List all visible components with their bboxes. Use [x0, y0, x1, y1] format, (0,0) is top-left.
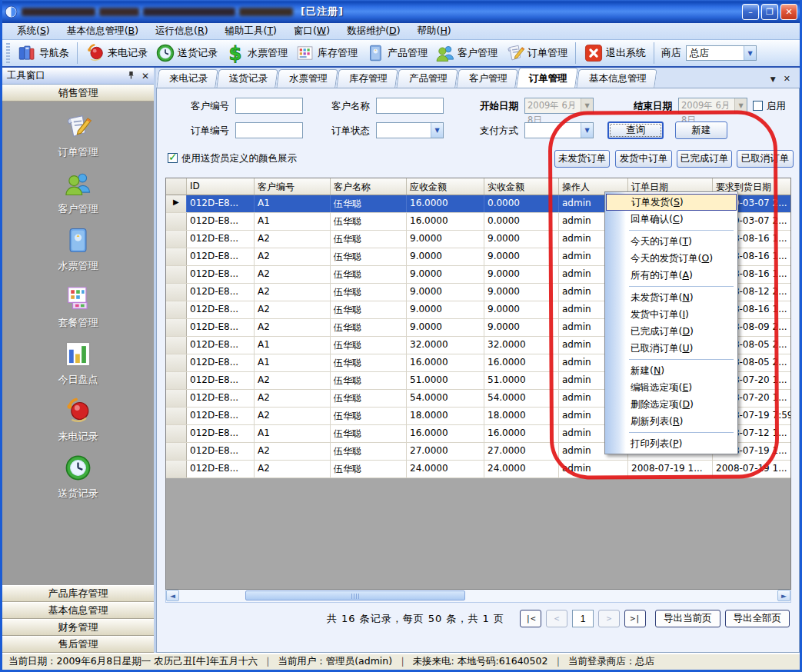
last-page-button[interactable]: >| — [624, 610, 646, 627]
tab-close-icon[interactable]: ✕ — [784, 74, 790, 84]
chevron-down-icon[interactable]: ▼ — [581, 123, 593, 138]
toolbar-button-5[interactable]: 产品管理 — [361, 42, 431, 65]
order-no-input[interactable] — [235, 122, 303, 138]
tab-7[interactable]: 基本信息管理 — [576, 69, 657, 88]
export-current-page-button[interactable]: 导出当前页 — [655, 610, 720, 627]
pay-method-select[interactable]: ▼ — [524, 122, 594, 138]
context-menu-item-1[interactable]: 回单确认(C) — [606, 211, 737, 228]
context-menu-item-10[interactable]: 已取消订单(U) — [606, 340, 737, 357]
toolbar-button-0[interactable]: 导航条 — [13, 42, 73, 65]
column-header-1[interactable]: 客户编号 — [255, 178, 331, 195]
pin-icon[interactable] — [127, 71, 135, 82]
menubar-item-4[interactable]: 窗口(W) — [285, 23, 338, 39]
context-menu-item-15[interactable]: 刷新列表(R) — [606, 413, 737, 430]
page-number-input[interactable] — [572, 610, 594, 627]
context-menu-item-17[interactable]: 打印列表(P) — [606, 435, 737, 452]
first-page-button[interactable]: |< — [520, 610, 541, 627]
menubar-item-2[interactable]: 运行信息(R) — [147, 23, 216, 39]
sidebar-item-4[interactable]: 今日盘点 — [58, 340, 98, 387]
order-status-filter-button-1[interactable]: 发货中订单 — [615, 150, 672, 168]
sidebar-section-0[interactable]: 产品库存管理 — [2, 585, 154, 602]
chevron-down-icon[interactable]: ▼ — [734, 98, 747, 113]
row-selector[interactable] — [166, 284, 187, 301]
enable-checkbox[interactable] — [753, 101, 763, 111]
column-header-3[interactable]: 应收金额 — [407, 178, 484, 195]
row-selector[interactable] — [166, 301, 187, 318]
close-button[interactable]: ✕ — [780, 4, 797, 20]
menubar-item-3[interactable]: 辅助工具(T) — [217, 23, 285, 39]
tab-5[interactable]: 客户管理 — [456, 69, 517, 88]
context-menu-item-14[interactable]: 删除选定项(D) — [606, 396, 737, 413]
order-status-filter-button-0[interactable]: 未发货订单 — [554, 150, 610, 168]
order-status-filter-button-2[interactable]: 已完成订单 — [677, 150, 732, 168]
context-menu-item-7[interactable]: 未发货订单(N) — [606, 289, 737, 306]
courier-color-checkbox[interactable] — [168, 153, 178, 163]
column-header-2[interactable]: 客户名称 — [331, 178, 407, 195]
chevron-down-icon[interactable]: ▼ — [581, 98, 593, 113]
column-header-0[interactable]: ID — [187, 178, 255, 195]
tab-0[interactable]: 来电记录 — [156, 69, 218, 88]
sidebar-item-1[interactable]: 客户管理 — [58, 169, 98, 216]
row-selector[interactable] — [166, 461, 187, 477]
toolbar-button-7[interactable]: 订单管理 — [501, 42, 571, 65]
row-selector[interactable] — [166, 372, 187, 389]
chevron-down-icon[interactable]: ▼ — [744, 46, 756, 60]
toolbar-button-4[interactable]: 库存管理 — [291, 42, 361, 65]
row-selector[interactable] — [166, 266, 187, 283]
minimize-button[interactable]: – — [742, 4, 759, 20]
sidebar-section-3[interactable]: 售后管理 — [2, 636, 154, 653]
customer-no-input[interactable] — [235, 98, 303, 114]
toolbar-button-1[interactable]: 来电记录 — [82, 42, 151, 65]
context-menu-item-8[interactable]: 发货中订单(I) — [606, 306, 737, 323]
tab-1[interactable]: 送货记录 — [216, 69, 278, 88]
scrollbar-thumb[interactable] — [245, 590, 465, 600]
toolbar-button-2[interactable]: 送货记录 — [151, 42, 221, 65]
toolbar-button-6[interactable]: 客户管理 — [431, 42, 501, 65]
context-menu-item-9[interactable]: 已完成订单(D) — [606, 323, 737, 340]
row-selector[interactable]: ▶ — [166, 195, 187, 212]
menubar-item-0[interactable]: 系统(S) — [8, 23, 58, 39]
context-menu-item-0[interactable]: 订单发货(S) — [606, 194, 737, 211]
chevron-down-icon[interactable]: ▼ — [431, 123, 443, 138]
end-date-picker[interactable]: 2009年 6月 8日▼ — [678, 98, 747, 114]
sidebar-section-2[interactable]: 财务管理 — [2, 619, 154, 636]
row-selector[interactable] — [166, 408, 187, 424]
row-selector[interactable] — [166, 390, 187, 407]
start-date-picker[interactable]: 2009年 6月 8日▼ — [524, 98, 594, 114]
shop-select[interactable]: 总店 ▼ — [686, 45, 757, 61]
scroll-left-icon[interactable]: ◄ — [166, 590, 179, 601]
tab-6[interactable]: 订单管理 — [516, 68, 578, 88]
tab-2[interactable]: 水票管理 — [276, 69, 338, 88]
order-status-filter-button-3[interactable]: 已取消订单 — [737, 150, 794, 168]
sidebar-section-sales[interactable]: 销售管理 — [2, 85, 154, 101]
tab-4[interactable]: 产品管理 — [396, 69, 458, 88]
toolbar-grip[interactable] — [6, 43, 10, 63]
context-menu-item-4[interactable]: 今天的发货订单(O) — [606, 250, 737, 267]
sidebar-item-2[interactable]: 水票管理 — [58, 226, 98, 273]
prev-page-button[interactable]: < — [546, 610, 567, 627]
menubar-item-1[interactable]: 基本信息管理(B) — [58, 23, 147, 39]
menubar-item-5[interactable]: 数据维护(D) — [338, 23, 408, 39]
context-menu-item-3[interactable]: 今天的订单(T) — [606, 233, 737, 250]
order-status-select[interactable]: ▼ — [376, 122, 444, 138]
sidebar-item-3[interactable]: 套餐管理 — [58, 283, 98, 330]
toolbar-button-8[interactable]: 退出系统 — [580, 42, 650, 65]
row-selector[interactable] — [166, 354, 187, 371]
export-all-pages-button[interactable]: 导出全部页 — [725, 610, 790, 627]
row-selector[interactable] — [166, 425, 187, 442]
row-selector[interactable] — [166, 231, 187, 248]
horizontal-scrollbar[interactable]: ◄ ► — [165, 590, 791, 603]
toolbar-button-3[interactable]: $水票管理 — [221, 42, 291, 65]
sidebar-section-1[interactable]: 基本信息管理 — [2, 602, 154, 619]
sidebar-item-5[interactable]: 来电记录 — [58, 397, 98, 444]
context-menu-item-12[interactable]: 新建(N) — [606, 362, 737, 379]
tab-dropdown-icon[interactable]: ▼ — [770, 74, 776, 84]
row-selector[interactable] — [166, 443, 187, 460]
scroll-right-icon[interactable]: ► — [777, 590, 790, 601]
table-row[interactable]: 012D-E8...A2伍华聪24.000024.0000admin2008-0… — [166, 461, 791, 478]
row-selector[interactable] — [166, 248, 187, 265]
column-header-4[interactable]: 实收金额 — [484, 178, 559, 195]
context-menu-item-13[interactable]: 编辑选定项(E) — [606, 379, 737, 396]
query-button[interactable]: 查询 — [607, 121, 664, 139]
customer-name-input[interactable] — [376, 98, 444, 114]
